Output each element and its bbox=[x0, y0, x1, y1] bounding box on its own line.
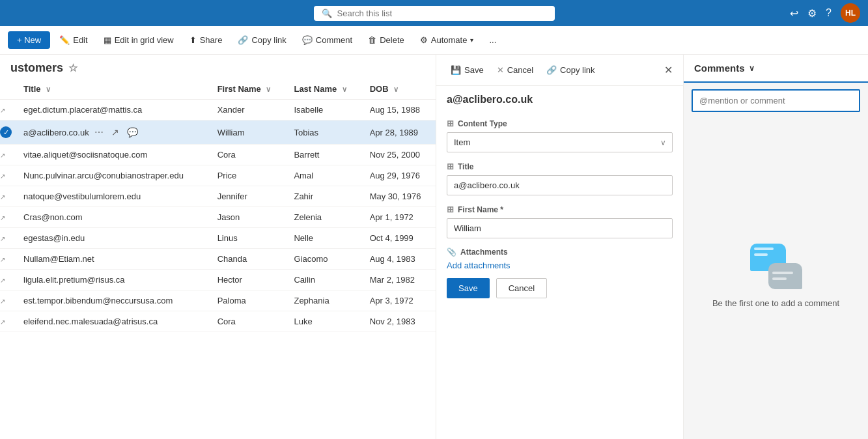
table-row[interactable]: ↗est.tempor.bibendum@neccursusa.comPalom… bbox=[0, 290, 436, 311]
ext-link-icon: ↗ bbox=[0, 107, 5, 114]
th-title[interactable]: Title ∨ bbox=[16, 79, 210, 100]
main-area: ustomers ☆ Title ∨ First Name ∨ bbox=[0, 55, 868, 439]
new-button[interactable]: + New bbox=[8, 31, 50, 49]
row-more-button[interactable]: ⋯ bbox=[92, 126, 106, 139]
back-icon[interactable]: ↩ bbox=[790, 7, 798, 20]
cell-lastname: Zahir bbox=[286, 186, 361, 207]
table-row[interactable]: ↗egestas@in.eduLinusNelleOct 4, 1999 bbox=[0, 228, 436, 249]
cell-firstname: William bbox=[210, 120, 287, 145]
cell-lastname: Nelle bbox=[286, 228, 361, 249]
cell-lastname: Zelenia bbox=[286, 207, 361, 228]
table-row[interactable]: ↗Nullam@Etiam.netChandaGiacomoAug 4, 198… bbox=[0, 249, 436, 270]
cell-lastname: Amal bbox=[286, 165, 361, 186]
ext-link-icon: ↗ bbox=[0, 152, 5, 159]
cell-firstname: Hector bbox=[210, 270, 287, 290]
cell-dob: Oct 4, 1999 bbox=[362, 228, 436, 249]
ext-link-icon: ↗ bbox=[0, 298, 5, 305]
share-button[interactable]: ⬆ Share bbox=[183, 31, 229, 49]
first-name-section: ⊞ First Name * bbox=[447, 205, 673, 238]
form-save-top-button[interactable]: 💾 Save bbox=[447, 63, 488, 78]
add-attachments-link[interactable]: Add attachments bbox=[447, 261, 673, 270]
cell-firstname: Price bbox=[210, 165, 287, 186]
ext-link-icon: ↗ bbox=[0, 214, 5, 221]
delete-label: Delete bbox=[380, 35, 404, 45]
table-row[interactable]: ↗natoque@vestibulumlorem.eduJenniferZahi… bbox=[0, 186, 436, 207]
search-input[interactable] bbox=[337, 8, 547, 18]
content-type-wrapper: Item ∨ bbox=[447, 132, 673, 152]
comments-empty-state: Be the first one to add a comment bbox=[684, 112, 868, 439]
automate-button[interactable]: ⚙ Automate ▾ bbox=[413, 31, 481, 49]
search-box[interactable]: 🔍 bbox=[314, 6, 555, 21]
chat-bubble-2 bbox=[768, 263, 802, 289]
ext-link-icon: ↗ bbox=[0, 173, 5, 180]
form-record-title: a@aclibero.co.uk bbox=[436, 86, 683, 111]
cell-title: eget.dictum.placerat@mattis.ca bbox=[16, 100, 210, 120]
table-row[interactable]: ↗eget.dictum.placerat@mattis.caXanderIsa… bbox=[0, 100, 436, 120]
title-field-label: ⊞ Title bbox=[447, 162, 673, 171]
cell-firstname: Cora bbox=[210, 145, 287, 165]
title-icon: ⊞ bbox=[447, 162, 454, 171]
settings-icon[interactable]: ⚙ bbox=[807, 7, 817, 20]
help-icon[interactable]: ? bbox=[826, 7, 832, 19]
attachments-section: 📎 Attachments Add attachments bbox=[447, 248, 673, 270]
comments-header: Comments ∨ bbox=[684, 55, 868, 83]
share-icon: ⬆ bbox=[189, 35, 197, 45]
cell-title: egestas@in.edu bbox=[16, 228, 210, 249]
th-firstname[interactable]: First Name ∨ bbox=[210, 79, 287, 100]
th-lastname[interactable]: Last Name ∨ bbox=[286, 79, 361, 100]
comment-input[interactable] bbox=[693, 91, 859, 111]
edit-label: Edit bbox=[73, 35, 87, 45]
cell-title: Nullam@Etiam.net bbox=[16, 249, 210, 270]
content-type-label: ⊞ Content Type bbox=[447, 119, 673, 128]
form-actions: Save Cancel bbox=[436, 278, 683, 309]
table-row[interactable]: ✓a@aclibero.co.uk⋯↗💬WilliamTobiasApr 28,… bbox=[0, 120, 436, 145]
cell-title: Cras@non.com bbox=[16, 207, 210, 228]
form-close-button[interactable]: ✕ bbox=[664, 64, 673, 76]
chevron-down-icon[interactable]: ∨ bbox=[749, 64, 755, 73]
table-row[interactable]: ↗ligula.elit.pretium@risus.caHectorCaili… bbox=[0, 270, 436, 290]
cancel-button[interactable]: Cancel bbox=[496, 278, 547, 298]
avatar[interactable]: HL bbox=[841, 3, 860, 23]
comment-icon: 💬 bbox=[302, 35, 313, 45]
cell-dob: Nov 2, 1983 bbox=[362, 311, 436, 332]
cell-dob: Mar 2, 1982 bbox=[362, 270, 436, 290]
row-share-button[interactable]: ↗ bbox=[109, 126, 122, 139]
chat-line bbox=[772, 272, 793, 274]
comment-button[interactable]: 💬 Comment bbox=[296, 31, 359, 49]
cell-firstname: Chanda bbox=[210, 249, 287, 270]
table-row[interactable]: ↗vitae.aliquet@sociisnatoque.comCoraBarr… bbox=[0, 145, 436, 165]
edit-button[interactable]: ✏️ Edit bbox=[53, 31, 94, 49]
cell-lastname: Luke bbox=[286, 311, 361, 332]
cell-title: est.tempor.bibendum@neccursusa.com bbox=[16, 290, 210, 311]
table-row[interactable]: ↗Cras@non.comJasonZeleniaApr 1, 1972 bbox=[0, 207, 436, 228]
cell-dob: May 30, 1976 bbox=[362, 186, 436, 207]
ext-link-icon: ↗ bbox=[0, 235, 5, 242]
form-cancel-top-button[interactable]: ✕ Cancel bbox=[493, 63, 537, 78]
row-comment-button[interactable]: 💬 bbox=[124, 126, 141, 139]
content-type-select[interactable]: Item bbox=[447, 132, 673, 152]
table-row[interactable]: ↗Nunc.pulvinar.arcu@conubianostraper.edu… bbox=[0, 165, 436, 186]
ext-link-icon: ↗ bbox=[0, 193, 5, 201]
table-row[interactable]: ↗eleifend.nec.malesuada@atrisus.caCoraLu… bbox=[0, 311, 436, 332]
cell-title: ligula.elit.pretium@risus.ca bbox=[16, 270, 210, 290]
save-button[interactable]: Save bbox=[447, 278, 490, 298]
sort-icon-title: ∨ bbox=[46, 85, 51, 93]
delete-button[interactable]: 🗑 Delete bbox=[361, 31, 411, 49]
th-dob[interactable]: DOB ∨ bbox=[362, 79, 436, 100]
first-name-label: ⊞ First Name * bbox=[447, 205, 673, 214]
favorite-icon[interactable]: ☆ bbox=[68, 62, 77, 74]
copy-link-button[interactable]: 🔗 Copy link bbox=[231, 31, 292, 49]
data-table: Title ∨ First Name ∨ Last Name ∨ DOB bbox=[0, 79, 436, 439]
more-button[interactable]: ... bbox=[483, 31, 503, 49]
copy-link-icon: 🔗 bbox=[546, 65, 557, 75]
comment-input-box[interactable] bbox=[692, 89, 860, 112]
new-button-label: + New bbox=[17, 35, 41, 45]
form-save-top-label: Save bbox=[464, 65, 484, 75]
form-copy-link-button[interactable]: 🔗 Copy link bbox=[542, 63, 598, 78]
edit-grid-button[interactable]: ▦ Edit in grid view bbox=[97, 31, 180, 49]
first-name-input[interactable] bbox=[447, 218, 673, 238]
title-input[interactable] bbox=[447, 175, 673, 195]
cancel-x-icon: ✕ bbox=[497, 65, 504, 75]
form-copy-link-label: Copy link bbox=[560, 65, 595, 75]
link-icon: 🔗 bbox=[238, 35, 248, 45]
